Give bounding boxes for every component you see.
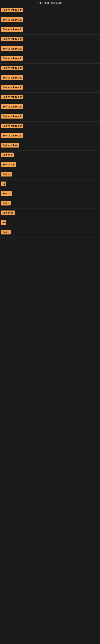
results-container: Bottleneck resultBottleneck resultBottle… xyxy=(0,6,100,238)
result-row-17: Bottlen xyxy=(0,170,100,180)
bottleneck-badge-9[interactable]: Bottleneck result xyxy=(1,94,23,99)
bottleneck-badge-7[interactable]: Bottleneck result xyxy=(1,75,23,80)
bottleneck-badge-19[interactable]: Bottlen xyxy=(1,191,12,196)
result-row-2: Bottleneck result xyxy=(0,25,100,34)
bottleneck-badge-6[interactable]: Bottleneck result xyxy=(1,66,23,70)
result-row-18: Bo xyxy=(0,180,100,189)
result-row-15: Bottlene xyxy=(0,150,100,160)
result-row-22: Bo xyxy=(0,218,100,228)
result-row-8: Bottleneck result xyxy=(0,83,100,92)
bottleneck-badge-16[interactable]: Bottleneck xyxy=(1,162,16,167)
result-row-20: Bottle xyxy=(0,199,100,208)
bottleneck-badge-4[interactable]: Bottleneck result xyxy=(1,46,23,51)
bottleneck-badge-3[interactable]: Bottleneck result xyxy=(1,37,23,41)
result-row-21: Bottlenec xyxy=(0,208,100,218)
result-row-14: Bottleneck re xyxy=(0,141,100,150)
bottleneck-badge-11[interactable]: Bottleneck result xyxy=(1,114,23,118)
result-row-7: Bottleneck result xyxy=(0,73,100,83)
bottleneck-badge-13[interactable]: Bottleneck result xyxy=(1,133,23,138)
bottleneck-badge-2[interactable]: Bottleneck result xyxy=(1,27,23,32)
bottleneck-badge-15[interactable]: Bottlene xyxy=(1,152,14,157)
bottleneck-badge-0[interactable]: Bottleneck result xyxy=(1,8,23,12)
result-row-0: Bottleneck result xyxy=(0,6,100,15)
bottleneck-badge-20[interactable]: Bottle xyxy=(1,201,11,206)
result-row-23: Bottle xyxy=(0,228,100,238)
bottleneck-badge-5[interactable]: Bottleneck result xyxy=(1,56,23,60)
result-row-9: Bottleneck result xyxy=(0,92,100,102)
bottleneck-badge-17[interactable]: Bottlen xyxy=(1,172,12,176)
result-row-12: Bottleneck result xyxy=(0,122,100,131)
bottleneck-badge-10[interactable]: Bottleneck result xyxy=(1,104,23,109)
bottleneck-badge-18[interactable]: Bo xyxy=(1,182,6,186)
result-row-3: Bottleneck result xyxy=(0,34,100,44)
bottleneck-badge-22[interactable]: Bo xyxy=(1,220,6,225)
result-row-13: Bottleneck result xyxy=(0,131,100,141)
result-row-1: Bottleneck result xyxy=(0,15,100,25)
bottleneck-badge-14[interactable]: Bottleneck re xyxy=(1,143,19,148)
result-row-16: Bottleneck xyxy=(0,160,100,170)
bottleneck-badge-21[interactable]: Bottlenec xyxy=(1,210,15,215)
bottleneck-badge-23[interactable]: Bottle xyxy=(1,230,11,234)
result-row-19: Bottlen xyxy=(0,189,100,199)
result-row-11: Bottleneck result xyxy=(0,112,100,122)
result-row-10: Bottleneck result xyxy=(0,102,100,112)
result-row-6: Bottleneck result xyxy=(0,64,100,73)
bottleneck-badge-1[interactable]: Bottleneck result xyxy=(1,17,23,22)
result-row-5: Bottleneck result xyxy=(0,54,100,64)
bottleneck-badge-12[interactable]: Bottleneck result xyxy=(1,124,23,128)
site-title: TheBottlenecker.com xyxy=(0,0,100,6)
bottleneck-badge-8[interactable]: Bottleneck result xyxy=(1,85,23,90)
result-row-4: Bottleneck result xyxy=(0,44,100,54)
